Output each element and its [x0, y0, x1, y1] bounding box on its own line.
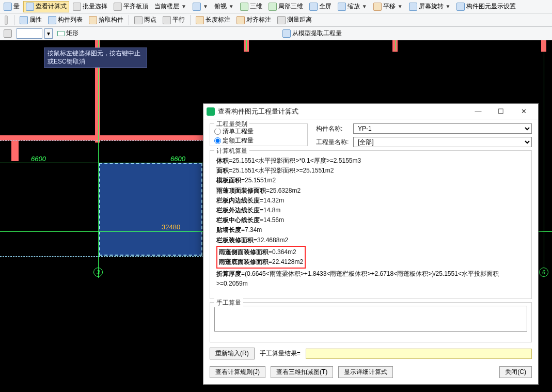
- tool-label: 平移: [383, 2, 396, 11]
- dialog-footer: 查看计算规则(J) 查看三维扣减图(T) 显示详细计算式 关闭(C): [203, 362, 538, 384]
- maximize-button[interactable]: ☐: [490, 104, 512, 119]
- select-element[interactable]: YP-1: [353, 123, 532, 134]
- tool-label: 三维: [250, 2, 262, 11]
- manual-result-field[interactable]: [306, 349, 532, 359]
- label-elem-name: 构件名称:: [316, 124, 349, 133]
- tool-label: 测量距离: [287, 15, 312, 24]
- view-rules-button[interactable]: 查看计算规则(J): [210, 366, 265, 378]
- btn-rotate[interactable]: 屏幕旋转▼: [406, 1, 453, 12]
- sel-floor[interactable]: 当前楼层▼: [152, 1, 189, 12]
- grid-line: [98, 40, 99, 278]
- tool-icon: [240, 3, 248, 11]
- separator: [14, 15, 14, 25]
- close-dialog-button[interactable]: 关闭(C): [499, 366, 532, 378]
- extract-label: 从模型提取工程量: [292, 29, 342, 38]
- btn-dim-len[interactable]: 长度标注: [193, 14, 233, 26]
- btn-batch-select[interactable]: 批量选择: [70, 1, 110, 12]
- group-qty-type: 工程量类别 清单工程量 定额工程量: [210, 123, 308, 146]
- tool-icon: [409, 3, 417, 11]
- tool-icon: [196, 16, 204, 24]
- btn-measure[interactable]: 测量距离: [275, 14, 314, 26]
- tool-label: 量: [13, 2, 20, 11]
- tool-icon: [269, 3, 277, 11]
- btn-pan[interactable]: 平移▼: [371, 1, 405, 12]
- btn-zoom[interactable]: 缩放▼: [335, 1, 370, 12]
- btn-top-view[interactable]: 俯视▼: [212, 1, 236, 12]
- calc-line: 模板面积=25.1551m2: [216, 176, 525, 185]
- show-detail-button[interactable]: 显示详细计算式: [338, 366, 393, 378]
- calc-line: 栏板内边线长度=14.32m: [216, 196, 525, 206]
- calc-line: 栏板中心线长度=14.56m: [216, 215, 525, 225]
- extract-model-btn[interactable]: 从模型提取工程量: [280, 28, 344, 39]
- minimize-button[interactable]: —: [467, 104, 490, 119]
- grip-icon: [5, 15, 8, 25]
- tool-label: 构件图元显示设置: [466, 2, 516, 11]
- hint-tooltip: 按鼠标左键选择图元，按右键中止或ESC键取消: [44, 48, 147, 68]
- app-icon: [207, 107, 215, 116]
- dim-label: 6600: [170, 155, 185, 163]
- tool-icon: [277, 16, 286, 24]
- btn-element-list[interactable]: 构件列表: [45, 14, 85, 26]
- chevron-down-icon: ▼: [362, 4, 367, 9]
- calc-line: 栏板外边线长度=14.8m: [216, 206, 525, 215]
- tool-icon: [73, 3, 81, 11]
- dim-label: 6600: [31, 155, 46, 163]
- calc-line: 雨蓬顶面装修面积=25.6328m2: [216, 186, 525, 196]
- chevron-down-icon: ▼: [181, 4, 186, 9]
- select-project-qty[interactable]: [全部]: [353, 137, 532, 147]
- calc-line: 体积=25.1551<水平投影面积>*0.1<厚度>=2.5155m3: [216, 156, 525, 166]
- guide-line: [0, 256, 204, 257]
- legend-computer-calc: 计算机算量: [214, 147, 249, 155]
- tool-icon: [134, 16, 143, 24]
- view-3d-cut-button[interactable]: 查看三维扣减图(T): [271, 366, 333, 378]
- tool-label: 构件列表: [58, 15, 83, 24]
- tool-label: 局部三维: [278, 2, 303, 11]
- toolbar-annot: 属性构件列表拾取构件两点平行长度标注对齐标注测量距离: [0, 13, 552, 27]
- shape-width-input[interactable]: [17, 28, 42, 39]
- calc-output[interactable]: 体积=25.1551<水平投影面积>*0.1<厚度>=2.5155m3面积=25…: [214, 154, 527, 294]
- btn-display-settings[interactable]: 构件图元显示设置: [454, 1, 518, 12]
- calc-line: 栏板装修面积=32.4688m2: [216, 236, 525, 245]
- dropdown-icon[interactable]: ▾: [44, 28, 53, 39]
- chevron-down-icon: ▼: [446, 4, 451, 9]
- tool-label: 屏幕旋转: [419, 2, 444, 11]
- calc-line: 贴墙长度=7.34m: [216, 225, 525, 235]
- search-icon: [282, 29, 291, 38]
- tool-label: 拾取构件: [99, 15, 123, 24]
- btn-cube[interactable]: ▼: [190, 1, 211, 12]
- btn-liang[interactable]: 量: [1, 1, 22, 12]
- btn-props[interactable]: 属性: [17, 14, 44, 26]
- btn-fullscreen[interactable]: 全屏: [307, 1, 334, 12]
- legend-manual-calc: 手工算量: [214, 299, 243, 307]
- chevron-down-icon: ▼: [229, 4, 234, 9]
- btn-parallel[interactable]: 平行: [160, 14, 187, 26]
- btn-align-slab[interactable]: 平齐板顶: [111, 1, 151, 12]
- dialog-titlebar[interactable]: 查看构件图元工程量计算式 — ☐ ✕: [203, 104, 538, 119]
- reinput-button[interactable]: 重新输入(R): [210, 348, 255, 359]
- undo-icon[interactable]: [1, 28, 14, 39]
- btn-3d[interactable]: 三维: [238, 1, 265, 12]
- radio-quota-qty[interactable]: 定额工程量: [214, 136, 254, 145]
- manual-input-area[interactable]: [214, 306, 527, 332]
- btn-twopoint[interactable]: 两点: [132, 14, 159, 26]
- btn-view-calc[interactable]: 查看计算式: [23, 1, 69, 12]
- chevron-down-icon: ▼: [203, 4, 208, 9]
- wall: [0, 135, 217, 140]
- selection-rect: [99, 163, 202, 256]
- separator: [190, 15, 191, 25]
- shape-rect-btn[interactable]: 矩形: [55, 28, 81, 39]
- btn-local-3d[interactable]: 局部三维: [266, 1, 306, 12]
- label-result: 手工算量结果=: [260, 349, 301, 358]
- calc-dialog: 查看构件图元工程量计算式 — ☐ ✕ 工程量类别 清单工程量 定额工程量 构件名…: [203, 103, 539, 385]
- close-button[interactable]: ✕: [512, 104, 535, 119]
- grid-line: [395, 40, 396, 51]
- axis-bubble: 3: [93, 268, 103, 277]
- tool-label: 两点: [144, 15, 156, 24]
- rectangle-icon: [57, 31, 65, 36]
- tool-label: 当前楼层: [154, 2, 179, 11]
- btn-pick[interactable]: 拾取构件: [86, 14, 126, 26]
- tool-icon: [193, 3, 201, 11]
- dim-line: [0, 163, 217, 163]
- tool-icon: [456, 3, 465, 11]
- btn-dim-align[interactable]: 对齐标注: [234, 14, 274, 26]
